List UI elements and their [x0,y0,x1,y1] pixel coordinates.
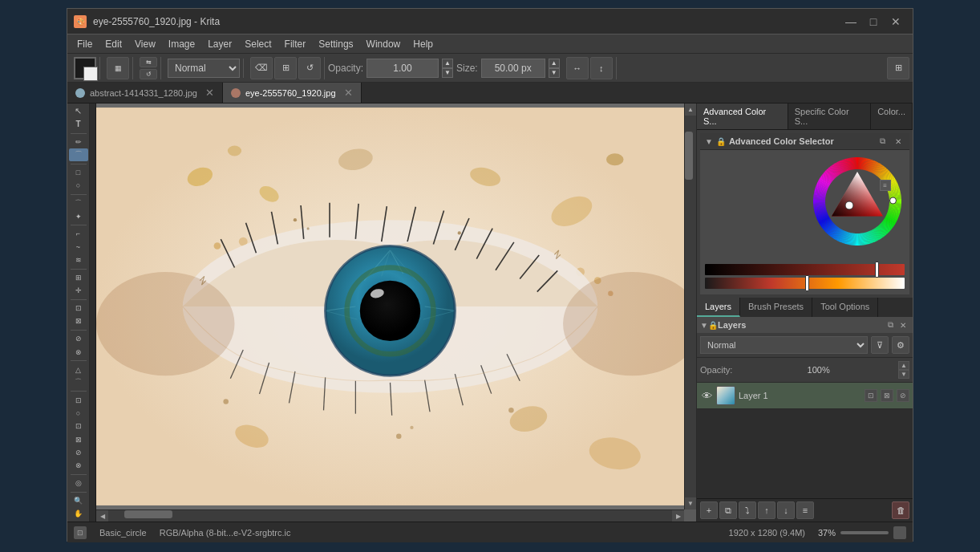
size-value[interactable]: 50.00 px [481,59,545,78]
tab-brush-presets[interactable]: Brush Presets [740,298,812,317]
merge-down-btn[interactable]: ⤵ [739,501,756,519]
tool-rect[interactable]: □ [69,166,88,178]
copy-layer-btn[interactable]: ⧉ [719,501,737,519]
close-button[interactable]: ✕ [885,13,906,30]
hue-slider-track[interactable] [705,264,905,275]
size-up-btn[interactable]: ▲ [549,59,560,68]
scroll-track-v[interactable] [685,116,696,497]
tool-bezier[interactable]: ⌒ [69,376,88,388]
minimize-button[interactable]: — [840,13,861,30]
tab-tool-options[interactable]: Tool Options [812,298,878,317]
layer-action-3[interactable]: ⊘ [897,389,909,402]
tool-text[interactable]: T [69,118,88,130]
scroll-track-h[interactable] [108,510,672,522]
scroll-down-button[interactable]: ▼ [685,497,697,509]
layers-float-btn[interactable]: ⧉ [884,319,897,331]
move-layer-up-btn[interactable]: ↑ [758,501,775,519]
tool-select-outline[interactable]: ◎ [69,477,88,489]
tool-crop[interactable]: ⊡ [69,302,88,315]
layers-opacity-down[interactable]: ▼ [898,370,909,379]
tool-path[interactable]: ⌒ [69,197,88,209]
tool-transform[interactable]: ⊞ [69,271,88,283]
color-wheel-settings[interactable]: ≡ [880,180,891,191]
tool-select[interactable]: ↖ [69,105,88,117]
scroll-thumb-h[interactable] [124,510,172,518]
tool-smudge[interactable]: ~ [69,241,88,253]
preserve-alpha-button[interactable]: ⊞ [274,57,297,79]
color-swap-button[interactable]: ⇆ [140,57,157,67]
zoom-slider[interactable] [840,531,889,534]
layer-action-1[interactable]: ⊡ [865,389,877,402]
sat-slider-track[interactable] [705,278,905,289]
tool-measure[interactable]: △ [69,363,88,375]
delete-layer-btn[interactable]: 🗑 [892,501,909,519]
tool-filter-brush[interactable]: ≋ [69,254,88,266]
pattern-button[interactable]: ▦ [107,57,129,79]
tab-advanced-color[interactable]: Advanced Color S... [697,104,788,129]
tab-eye[interactable]: eye-2555760_1920.jpg ✕ [223,83,362,103]
menu-view[interactable]: View [128,37,162,51]
tool-smart-patch[interactable]: ⊗ [69,346,88,358]
add-layer-btn[interactable]: + [700,501,718,519]
menu-file[interactable]: File [71,37,99,51]
layer-properties-btn[interactable]: ≡ [796,501,814,519]
tool-pan[interactable]: ✋ [69,508,88,520]
layer-action-2[interactable]: ⊠ [881,389,893,402]
menu-settings[interactable]: Settings [312,37,359,51]
tool-color-picker[interactable]: ⊘ [69,333,88,345]
tool-zoom[interactable]: 🔍 [69,494,88,506]
hue-slider-thumb[interactable] [875,262,879,278]
zoom-icon[interactable] [893,526,906,539]
scroll-right-button[interactable]: ▶ [672,510,684,522]
tool-paint[interactable]: ✏ [69,136,88,148]
color-panel-float-btn[interactable]: ⧉ [876,135,889,148]
canvas-area[interactable]: ▲ ▼ ◀ ▶ [96,104,696,522]
canvas-scrollbar-vertical[interactable]: ▲ ▼ [684,104,696,509]
layers-opacity-up[interactable]: ▲ [898,361,909,370]
color-reset-button[interactable]: ↺ [140,69,157,79]
blend-mode-select[interactable]: Normal Multiply Screen Overlay [168,59,240,78]
tool-ellipse[interactable]: ○ [69,180,88,192]
layers-filter-btn[interactable]: ⊽ [871,336,889,354]
tab-color[interactable]: Color... [871,104,913,129]
tool-select-rect[interactable]: ⊡ [69,394,88,406]
menu-window[interactable]: Window [360,37,407,51]
tool-freehand[interactable]: ✦ [69,210,88,222]
tab-layers[interactable]: Layers [697,298,740,317]
move-layer-down-btn[interactable]: ↓ [777,501,795,519]
tool-select-path[interactable]: ⊡ [69,420,88,432]
tool-select-color[interactable]: ⊠ [69,433,88,445]
opacity-down-btn[interactable]: ▼ [442,68,453,78]
tool-fill[interactable]: ⌐ [69,228,88,240]
canvas-scrollbar-horizontal[interactable]: ◀ ▶ [96,509,684,522]
size-down-btn[interactable]: ▼ [549,68,560,78]
tool-select-magnetic[interactable]: ⊗ [69,460,88,472]
layers-close-btn[interactable]: ✕ [897,319,909,331]
layer-row-1[interactable]: 👁 Layer 1 ⊡ ⊠ ⊘ [697,383,913,409]
layer-visibility-btn[interactable]: 👁 [700,389,713,402]
tab-abstract[interactable]: abstract-1414331_1280.jpg ✕ [67,83,223,103]
color-wheel-canvas[interactable] [709,153,901,258]
layers-expand-icon[interactable]: ▼ [700,321,708,330]
opacity-value[interactable]: 1.00 [366,59,439,78]
scroll-up-button[interactable]: ▲ [685,104,697,116]
opacity-up-btn[interactable]: ▲ [442,59,453,68]
color-panel-close-btn[interactable]: ✕ [892,135,905,148]
menu-image[interactable]: Image [162,37,201,51]
tab-eye-close[interactable]: ✕ [344,87,353,98]
menu-help[interactable]: Help [407,37,439,51]
panel-toggle-button[interactable]: ⊞ [887,57,909,79]
menu-filter[interactable]: Filter [278,37,313,51]
mirror-h-button[interactable]: ↔ [566,57,589,79]
eraser-button[interactable]: ⌫ [250,57,273,79]
tool-select-similar[interactable]: ⊘ [69,446,88,458]
paint-behind-button[interactable]: ↺ [298,57,321,79]
tool-gradient[interactable]: ⊠ [69,315,88,327]
tool-move[interactable]: ✛ [69,285,88,297]
sat-slider-thumb[interactable] [805,275,809,291]
menu-layer[interactable]: Layer [201,37,238,51]
color-panel-expand-icon[interactable]: ▼ [705,137,713,146]
tab-specific-color[interactable]: Specific Color S... [788,104,871,129]
tool-select-ellipse[interactable]: ○ [69,407,88,419]
layers-blend-select[interactable]: Normal Multiply Screen [700,336,868,354]
